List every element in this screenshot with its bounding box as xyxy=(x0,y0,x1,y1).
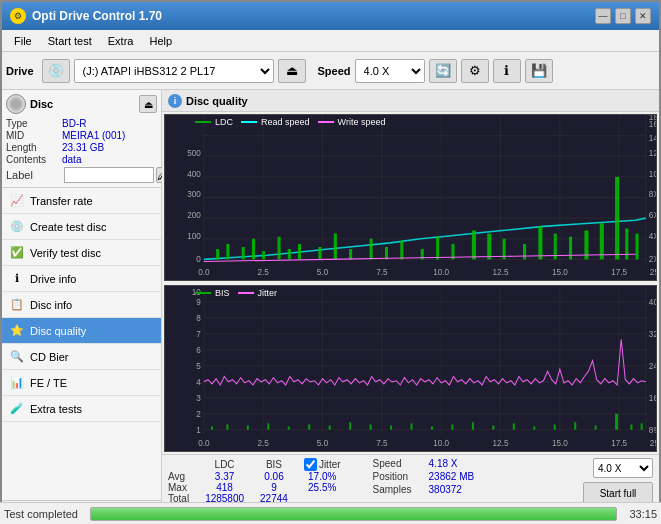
disc-type-row: Type BD-R xyxy=(6,118,157,129)
menu-bar: File Start test Extra Help xyxy=(2,30,659,52)
save-button[interactable]: 💾 xyxy=(525,59,553,83)
svg-text:4X: 4X xyxy=(649,232,656,241)
svg-text:12.5: 12.5 xyxy=(493,438,509,448)
jitter-checkbox[interactable] xyxy=(304,458,317,471)
sidebar-item-disc-info[interactable]: 📋 Disc info xyxy=(2,292,161,318)
svg-text:14X: 14X xyxy=(649,134,656,143)
sidebar-item-disc-quality-label: Disc quality xyxy=(30,325,86,337)
start-full-button[interactable]: Start full xyxy=(583,482,653,504)
stats-max-jitter: 25.5% xyxy=(296,482,349,493)
svg-rect-43 xyxy=(242,247,245,259)
menu-help[interactable]: Help xyxy=(141,33,180,49)
maximize-button[interactable]: □ xyxy=(615,8,631,24)
disc-info-icon: 📋 xyxy=(10,298,24,312)
svg-rect-69 xyxy=(636,234,639,260)
minimize-button[interactable]: — xyxy=(595,8,611,24)
sidebar-item-fe-te[interactable]: 📊 FE / TE xyxy=(2,370,161,396)
svg-text:400: 400 xyxy=(187,170,201,179)
sidebar-item-drive-info[interactable]: ℹ Drive info xyxy=(2,266,161,292)
svg-text:500: 500 xyxy=(187,149,201,158)
drive-select[interactable]: (J:) ATAPI iHBS312 2 PL17 xyxy=(74,59,274,83)
stats-avg-ldc: 3.37 xyxy=(197,471,252,482)
create-test-disc-icon: 💿 xyxy=(10,220,24,234)
svg-text:100: 100 xyxy=(187,232,201,241)
svg-rect-125 xyxy=(451,424,453,429)
svg-rect-49 xyxy=(318,247,321,259)
fe-te-icon: 📊 xyxy=(10,376,24,390)
svg-rect-132 xyxy=(595,425,597,429)
samples-row: Samples 380372 xyxy=(373,484,475,495)
legend-jitter: Jitter xyxy=(238,288,278,298)
svg-text:32%: 32% xyxy=(649,329,656,339)
close-button[interactable]: ✕ xyxy=(635,8,651,24)
disc-icon xyxy=(6,94,26,114)
svg-text:17.5: 17.5 xyxy=(611,268,627,277)
stats-max-label: Max xyxy=(168,482,197,493)
speed-select[interactable]: 4.0 X 2.0 X 8.0 X xyxy=(355,59,425,83)
position-row: Position 23862 MB xyxy=(373,471,475,482)
eject-button[interactable]: ⏏ xyxy=(278,59,306,83)
svg-rect-129 xyxy=(533,427,535,430)
disc-title: Disc xyxy=(30,98,53,110)
svg-rect-47 xyxy=(288,249,291,259)
svg-text:25.0 GB: 25.0 GB xyxy=(650,438,656,448)
svg-rect-128 xyxy=(513,423,515,429)
nav-items: 📈 Transfer rate 💿 Create test disc ✅ Ver… xyxy=(2,188,161,500)
drive-info-icon: ℹ xyxy=(10,272,24,286)
disc-type-value: BD-R xyxy=(62,118,86,129)
settings-button[interactable]: ⚙ xyxy=(461,59,489,83)
disc-mid-row: MID MEIRA1 (001) xyxy=(6,130,157,141)
sidebar-item-create-test-disc-label: Create test disc xyxy=(30,221,106,233)
sidebar-item-transfer-rate[interactable]: 📈 Transfer rate xyxy=(2,188,161,214)
refresh-button[interactable]: 🔄 xyxy=(429,59,457,83)
speed-selector[interactable]: 4.0 X 2.0 X 8.0 X xyxy=(593,458,653,478)
sidebar-item-verify-test-disc[interactable]: ✅ Verify test disc xyxy=(2,240,161,266)
svg-text:6: 6 xyxy=(196,345,201,355)
sidebar-item-cd-bier[interactable]: 🔍 CD Bier xyxy=(2,344,161,370)
menu-file[interactable]: File xyxy=(6,33,40,49)
svg-rect-115 xyxy=(247,425,249,429)
svg-text:7: 7 xyxy=(196,329,201,339)
chart1-svg: 0 100 200 300 400 500 2X 4X 6X 8X 10X xyxy=(165,115,656,280)
svg-text:5.0: 5.0 xyxy=(317,268,329,277)
svg-text:40%: 40% xyxy=(649,297,656,307)
svg-rect-45 xyxy=(262,251,265,259)
sidebar-item-create-test-disc[interactable]: 💿 Create test disc xyxy=(2,214,161,240)
svg-rect-116 xyxy=(267,423,269,429)
disc-label-row: Label 🖊 xyxy=(6,167,157,183)
title-controls: — □ ✕ xyxy=(595,8,651,24)
samples-label: Samples xyxy=(373,484,425,495)
svg-text:10.0: 10.0 xyxy=(433,438,449,448)
info-button[interactable]: ℹ xyxy=(493,59,521,83)
menu-start-test[interactable]: Start test xyxy=(40,33,100,49)
svg-rect-50 xyxy=(334,234,337,260)
disc-length-row: Length 23.31 GB xyxy=(6,142,157,153)
menu-extra[interactable]: Extra xyxy=(100,33,142,49)
svg-rect-124 xyxy=(431,427,433,430)
sidebar-item-extra-tests[interactable]: 🧪 Extra tests xyxy=(2,396,161,422)
svg-text:1: 1 xyxy=(196,425,201,435)
disc-eject-button[interactable]: ⏏ xyxy=(139,95,157,113)
app-icon: ⚙ xyxy=(10,8,26,24)
svg-text:0.0: 0.0 xyxy=(198,438,210,448)
sidebar-item-drive-info-label: Drive info xyxy=(30,273,76,285)
disc-quality-title: Disc quality xyxy=(186,95,248,107)
svg-text:12X: 12X xyxy=(649,149,656,158)
svg-rect-126 xyxy=(472,422,474,429)
svg-rect-119 xyxy=(329,425,331,429)
svg-rect-134 xyxy=(630,424,632,429)
svg-text:6X: 6X xyxy=(649,211,656,220)
drive-label: Drive xyxy=(6,65,34,77)
svg-rect-48 xyxy=(298,244,301,259)
chart2-legend: BIS Jitter xyxy=(195,288,277,298)
svg-text:15.0: 15.0 xyxy=(552,438,568,448)
stats-jitter-area: Jitter xyxy=(296,458,349,471)
sidebar-item-disc-quality[interactable]: ⭐ Disc quality xyxy=(2,318,161,344)
disc-label-input[interactable] xyxy=(64,167,154,183)
drive-icon: 💿 xyxy=(42,59,70,83)
disc-quality-icon: ⭐ xyxy=(10,324,24,338)
disc-label-label: Label xyxy=(6,169,62,181)
svg-rect-130 xyxy=(554,424,556,429)
disc-type-label: Type xyxy=(6,118,62,129)
svg-text:10X: 10X xyxy=(649,170,656,179)
